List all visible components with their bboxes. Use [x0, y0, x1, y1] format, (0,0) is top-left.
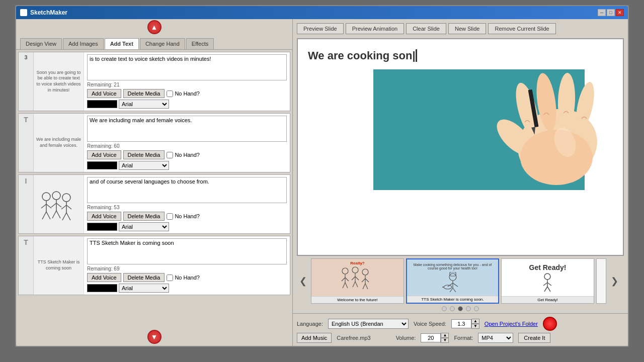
font-select-4[interactable]: Arial: [119, 161, 169, 170]
add-voice-button-3[interactable]: Add Voice: [87, 89, 121, 98]
no-hand-label-4[interactable]: No Hand?: [167, 152, 200, 158]
left-panel: ▲ Design View Add Images Add Text Change…: [16, 19, 293, 346]
font-color-4[interactable]: [87, 161, 117, 169]
font-select-5[interactable]: Arial: [119, 222, 169, 231]
svg-point-53: [444, 285, 452, 289]
font-select-3[interactable]: Arial: [119, 100, 169, 109]
svg-line-37: [355, 277, 359, 280]
thumbnail-strip: ❮ Really?: [293, 256, 628, 306]
title-bar: SketchMaker ─ □ ✕: [16, 6, 628, 19]
svg-point-34: [352, 267, 358, 273]
font-select-6[interactable]: Arial: [119, 284, 169, 293]
svg-point-12: [62, 194, 70, 202]
hand-illustration: [487, 64, 618, 195]
dot-3[interactable]: [458, 306, 463, 311]
format-select[interactable]: MP4: [478, 333, 513, 343]
music-file-label: Carefree.mp3: [337, 335, 370, 341]
svg-point-28: [342, 268, 348, 274]
speed-input[interactable]: [451, 319, 471, 328]
svg-line-43: [365, 279, 369, 282]
format-label: Format:: [454, 335, 473, 341]
svg-line-59: [544, 287, 547, 292]
new-slide-button[interactable]: New Slide: [448, 23, 487, 34]
delete-media-button-6[interactable]: Delete Media: [123, 273, 165, 282]
minimize-button[interactable]: ─: [598, 9, 606, 16]
volume-down-button[interactable]: ▼: [441, 338, 449, 343]
add-voice-button-5[interactable]: Add Voice: [87, 212, 121, 221]
close-button[interactable]: ✕: [616, 9, 624, 16]
add-music-button[interactable]: Add Music: [297, 333, 332, 343]
slide-controls-3: is to create text to voice sketch videos…: [84, 52, 290, 111]
slide-textarea-3[interactable]: is to create text to voice sketch videos…: [87, 54, 287, 80]
dots-row: [293, 306, 628, 313]
svg-line-4: [42, 212, 46, 219]
delete-media-button-5[interactable]: Delete Media: [123, 212, 165, 221]
down-arrow-icon: ▼: [147, 330, 162, 344]
svg-line-39: [355, 282, 358, 287]
font-color-3[interactable]: [87, 100, 117, 108]
no-hand-label-6[interactable]: No Hand?: [167, 275, 200, 281]
record-button[interactable]: [543, 317, 557, 331]
thumb2-top-text: Make cooking something delicious for you…: [409, 263, 496, 270]
thumbnail-item-3[interactable]: Get Ready! Get Re: [501, 258, 594, 304]
slide-textarea-4[interactable]: We are including male and female voices.: [87, 116, 287, 142]
font-color-5[interactable]: [87, 223, 117, 231]
speed-up-button[interactable]: ▲: [471, 319, 479, 324]
clear-slide-button[interactable]: Clear Slide: [406, 23, 446, 34]
remove-current-slide-button[interactable]: Remove Current Slide: [488, 23, 555, 34]
thumbnail-item-1[interactable]: Really?: [311, 258, 404, 304]
language-select[interactable]: English US (Brendan: [328, 319, 409, 329]
scroll-up-button[interactable]: ▲: [146, 20, 163, 34]
delete-media-button-3[interactable]: Delete Media: [123, 89, 165, 98]
tab-add-text[interactable]: Add Text: [105, 38, 139, 49]
slide-textarea-5[interactable]: and of course several languages to choos…: [87, 177, 287, 203]
svg-line-5: [46, 212, 50, 219]
svg-line-16: [62, 213, 66, 220]
no-hand-label-5[interactable]: No Hand?: [167, 213, 200, 220]
tab-effects[interactable]: Effects: [186, 38, 214, 49]
no-hand-checkbox-4[interactable]: [167, 152, 173, 158]
no-hand-checkbox-3[interactable]: [167, 90, 173, 97]
font-color-6[interactable]: [87, 284, 117, 292]
preview-animation-button[interactable]: Preview Animation: [346, 23, 405, 34]
dot-4[interactable]: [466, 306, 471, 311]
no-hand-checkbox-5[interactable]: [167, 213, 173, 220]
svg-line-38: [353, 282, 355, 287]
volume-up-button[interactable]: ▲: [441, 333, 449, 338]
language-label: Language:: [297, 321, 323, 327]
scroll-down-button[interactable]: ▼: [146, 330, 163, 344]
slides-list: 3 Soon you are going to be able to creat…: [16, 50, 292, 328]
open-folder-link[interactable]: Open Project's Folder: [485, 321, 538, 327]
dot-2[interactable]: [450, 306, 455, 311]
preview-slide-button[interactable]: Preview Slide: [297, 23, 344, 34]
dot-5[interactable]: [474, 306, 479, 311]
no-hand-label-3[interactable]: No Hand?: [167, 90, 200, 97]
no-hand-checkbox-6[interactable]: [167, 275, 173, 281]
volume-label: Volume:: [396, 335, 416, 341]
speed-down-button[interactable]: ▼: [471, 324, 479, 329]
delete-media-button-4[interactable]: Delete Media: [123, 150, 165, 159]
svg-line-10: [52, 211, 56, 218]
tab-design-view[interactable]: Design View: [20, 38, 62, 49]
dot-1[interactable]: [442, 306, 447, 311]
tab-change-hand[interactable]: Change Hand: [140, 38, 185, 49]
create-button[interactable]: Create It: [518, 333, 550, 343]
strip-next-button[interactable]: ❯: [608, 258, 620, 304]
add-voice-button-6[interactable]: Add Voice: [87, 273, 121, 282]
thumb1-illustration: [338, 265, 378, 290]
restore-button[interactable]: □: [607, 9, 615, 16]
volume-input[interactable]: [421, 333, 441, 342]
svg-point-46: [449, 274, 456, 281]
slide-remaining-5: Remaining: 53: [87, 205, 287, 210]
thumbnail-item-2[interactable]: Make cooking something delicious for you…: [406, 258, 499, 304]
svg-line-44: [363, 284, 365, 289]
strip-prev-button[interactable]: ❮: [297, 258, 309, 304]
add-voice-button-4[interactable]: Add Voice: [87, 150, 121, 159]
slide-item-5: I: [18, 174, 290, 234]
thumb3-illustration: [537, 272, 557, 292]
slide-number-6: T: [19, 236, 34, 295]
slide-textarea-6[interactable]: TTS Sketch Maker is coming soon: [87, 238, 287, 264]
svg-line-32: [343, 283, 345, 288]
tab-add-images[interactable]: Add Images: [63, 38, 104, 49]
toolbar: Preview Slide Preview Animation Clear Sl…: [293, 19, 628, 38]
